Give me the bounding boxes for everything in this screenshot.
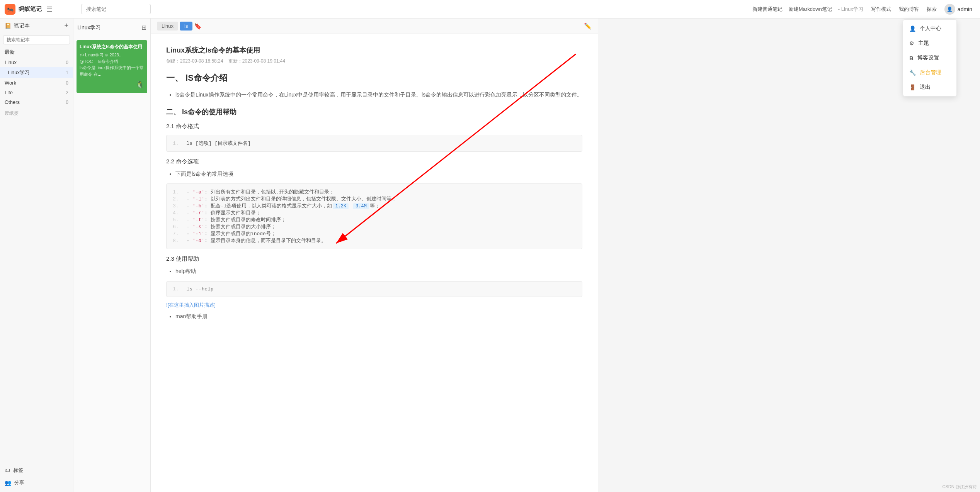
code-format-text: ls [选项] [目录或文件名] — [186, 141, 250, 146]
note-list-panel: Linux学习 ⊞ Linux系统之ls命令的基本使用 🏷 Linux学习 ⊙ … — [73, 19, 151, 492]
write-mode-button[interactable]: 写作模式 — [871, 6, 891, 13]
grid-view-icon[interactable]: ⊞ — [141, 24, 146, 31]
note-list-actions: ⊞ — [141, 24, 146, 31]
tab-ls[interactable]: ls — [180, 22, 192, 31]
code-block-help: 1. ls --help — [166, 281, 582, 297]
option-line-1: 1. - '-a': 列出所有文件和目录，包括以.开头的隐藏文件和目录； — [173, 188, 576, 195]
note-card-1[interactable]: Linux系统之ls命令的基本使用 🏷 Linux学习 ⊙ 2023... @T… — [77, 40, 147, 93]
tag-icon: 🏷 — [5, 467, 10, 473]
tux-icon: 🐧 — [136, 81, 144, 88]
section-h1: 一、 lS命令介绍 — [166, 72, 582, 84]
current-note-label: - Linux学习 — [838, 6, 863, 13]
admin-icon: 🔧 — [909, 70, 916, 76]
global-topbar: 🐜 蚂蚁笔记 ☰ 新建普通笔记 新建Markdown笔记 - Linux学习 写… — [0, 0, 980, 19]
article-actions: ✏️ — [584, 22, 592, 30]
dropdown-item-profile[interactable]: 👤 个人中心 — [903, 21, 956, 36]
dropdown-item-admin[interactable]: 🔧 后台管理 — [903, 65, 956, 80]
dropdown-theme-label: 主题 — [918, 40, 929, 47]
notebook-list: 最新 Linux 0 Linux学习 1 Work 0 Life 2 Other… — [0, 47, 73, 461]
avatar: 👤 — [944, 4, 955, 15]
dropdown-item-logout[interactable]: 🚪 退出 — [903, 80, 956, 95]
section-h2-usage: 二、 ls命令的使用帮助 — [166, 107, 582, 117]
code-block-options: 1. - '-a': 列出所有文件和目录，包括以.开头的隐藏文件和目录； 2. … — [166, 183, 582, 249]
note-list-title: Linux学习 — [77, 24, 141, 31]
new-plain-note-button[interactable]: 新建普通笔记 — [752, 6, 783, 13]
sidebar-bottom: 🏷 标签 👥 分享 — [0, 461, 73, 492]
logo-icon: 🐜 — [5, 4, 15, 15]
sidebar-item-life[interactable]: Life 2 — [0, 88, 73, 97]
add-notebook-button[interactable]: + — [64, 22, 68, 30]
dropdown-item-blog-settings[interactable]: B 博客设置 — [903, 51, 956, 65]
man-bullet: man帮助手册 — [175, 312, 582, 321]
option-line-6: 6. - '-s': 按照文件或目录的大小排序； — [173, 223, 576, 230]
menu-icon[interactable]: ☰ — [46, 5, 53, 14]
dropdown-item-theme[interactable]: ⚙ 主题 — [903, 36, 956, 51]
tab-bar: Linux ls 🔖 ✏️ — [151, 19, 598, 34]
share-label: 分享 — [14, 479, 24, 486]
option-line-7: 7. - '-i': 显示文件或目录的inode号； — [173, 230, 576, 237]
section-h3-options: 2.2 命令选项 — [166, 158, 582, 165]
main-content: Linux ls 🔖 ✏️ Linux系统之ls命令的基本使用 创建：2023-… — [151, 19, 598, 492]
article-body: Linux系统之ls命令的基本使用 创建：2023-09-08 18:58:24… — [151, 34, 598, 492]
theme-icon: ⚙ — [909, 40, 914, 46]
option-line-4: 4. - '-r': 倒序显示文件和目录； — [173, 209, 576, 216]
code-block-format: 1. ls [选项] [目录或文件名] — [166, 135, 582, 152]
logo-area: 🐜 蚂蚁笔记 ☰ — [0, 4, 73, 15]
notebooks-label: 笔记本 — [14, 22, 30, 29]
share-icon: 👥 — [5, 480, 11, 486]
notebook-icon: 📔 — [5, 23, 11, 29]
logo-text: 蚂蚁笔记 — [19, 5, 42, 13]
edit-icon[interactable]: ✏️ — [584, 22, 592, 30]
user-menu-trigger[interactable]: 👤 admin — [944, 4, 972, 15]
search-notebook-area — [0, 33, 73, 47]
option-line-3: 3. - '-h': 配合-l选项使用，以人类可读的格式显示文件大小，如1.2K… — [173, 202, 576, 209]
blog-settings-icon: B — [909, 55, 914, 61]
section-h3-help: 2.3 使用帮助 — [166, 255, 582, 263]
dropdown-profile-label: 个人中心 — [920, 25, 941, 32]
tab-linux[interactable]: Linux — [157, 22, 178, 31]
help-code-text: ls --help — [186, 286, 213, 292]
intro-bullet: ls命令是Linux操作系统中的一个常用命令，在Linux中是使用率较高，用于显… — [175, 90, 582, 100]
my-blog-button[interactable]: 我的博客 — [899, 6, 919, 13]
search-area — [73, 4, 752, 14]
new-md-note-button[interactable]: 新建Markdown笔记 — [789, 6, 832, 13]
section-h3-format: 2.1 命令格式 — [166, 123, 582, 130]
article-meta: 创建：2023-09-08 18:58:24 更新：2023-09-08 19:… — [166, 58, 582, 64]
sidebar-item-others[interactable]: Others 0 — [0, 97, 73, 107]
note-card-title: Linux系统之ls命令的基本使用 — [80, 43, 144, 50]
username-label: admin — [958, 6, 972, 12]
sidebar-item-linux[interactable]: Linux 0 — [0, 58, 73, 67]
search-input[interactable] — [81, 4, 151, 14]
bookmark-icon[interactable]: 🔖 — [194, 22, 202, 30]
dropdown-admin-label: 后台管理 — [920, 69, 941, 76]
notebooks-nav-item[interactable]: 📔 笔记本 + — [0, 19, 73, 33]
note-list-header: Linux学习 ⊞ — [73, 19, 150, 37]
tags-label: 标签 — [13, 467, 23, 474]
attribution: CSDN @江洲有诗 — [943, 484, 977, 490]
profile-icon: 👤 — [909, 25, 916, 32]
image-placeholder: ![在这里插入图片描述] — [166, 302, 582, 309]
share-nav-item[interactable]: 👥 分享 — [0, 477, 73, 489]
logout-icon: 🚪 — [909, 84, 916, 90]
sidebar-item-recent[interactable]: 最新 — [0, 47, 73, 58]
article-title: Linux系统之ls命令的基本使用 — [166, 46, 582, 55]
trash-section[interactable]: 废纸篓 — [0, 107, 73, 119]
sidebar-item-work[interactable]: Work 0 — [0, 78, 73, 88]
new-buttons-area: 新建普通笔记 新建Markdown笔记 - Linux学习 — [752, 6, 863, 13]
option-line-8: 8. - '-d': 显示目录本身的信息，而不是目录下的文件和目录。 — [173, 237, 576, 244]
explore-button[interactable]: 探索 — [927, 6, 937, 13]
tags-nav-item[interactable]: 🏷 标签 — [0, 464, 73, 477]
search-notebook-input[interactable] — [3, 35, 70, 44]
top-actions: 写作模式 我的博客 探索 👤 admin — [863, 4, 980, 15]
sidebar: 📔 笔记本 + 最新 Linux 0 Linux学习 1 Work 0 — [0, 19, 73, 492]
help-bullet: help帮助 — [175, 266, 582, 276]
sidebar-item-linux-learning[interactable]: Linux学习 1 — [0, 67, 73, 78]
dropdown-logout-label: 退出 — [920, 84, 931, 91]
dropdown-blog-settings-label: 博客设置 — [917, 54, 939, 61]
option-line-5: 5. - '-t': 按照文件或目录的修改时间排序； — [173, 216, 576, 223]
options-bullet: 下面是ls命令的常用选项 — [175, 169, 582, 179]
user-dropdown-menu: 👤 个人中心 ⚙ 主题 B 博客设置 🔧 后台管理 🚪 退出 — [903, 19, 957, 97]
option-line-2: 2. - '-l': 以列表的方式列出文件和目录的详细信息，包括文件权限、文件大… — [173, 195, 576, 202]
